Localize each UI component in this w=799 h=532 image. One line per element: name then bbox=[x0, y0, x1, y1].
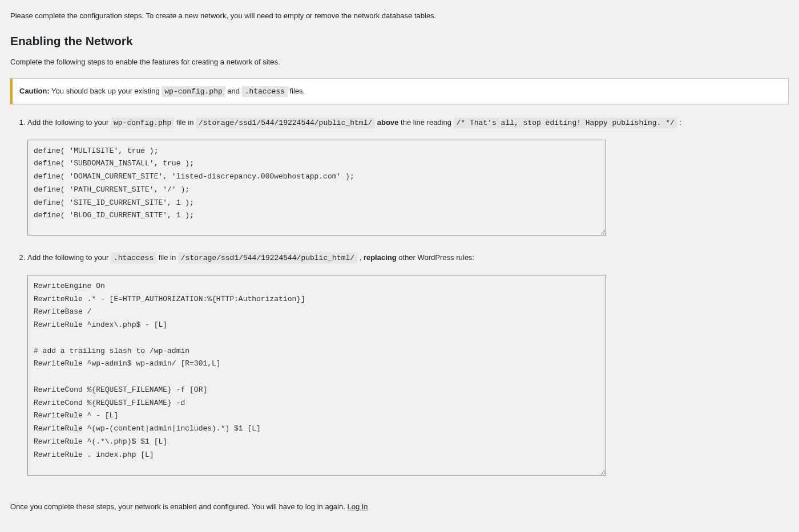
caution-after: files. bbox=[288, 87, 305, 95]
step1-path: /storage/ssd1/544/19224544/public_html/ bbox=[196, 117, 375, 128]
step1-above: above bbox=[377, 118, 399, 127]
htaccess-code-block[interactable] bbox=[27, 275, 606, 476]
footer-message: Once you complete these steps, your netw… bbox=[10, 502, 347, 511]
step2-replacing: replacing bbox=[364, 253, 397, 262]
step2-file: .htaccess bbox=[111, 253, 156, 263]
steps-list: Add the following to your wp-config.php … bbox=[27, 116, 789, 131]
step2-suffix: other WordPress rules: bbox=[397, 253, 474, 262]
section-subtitle: Complete the following steps to enable t… bbox=[10, 56, 789, 68]
wp-config-code-block[interactable] bbox=[27, 140, 606, 235]
htaccess-code: .htaccess bbox=[242, 86, 288, 97]
caution-mid: and bbox=[225, 87, 242, 95]
steps-list-2: Add the following to your .htaccess file… bbox=[27, 251, 789, 266]
caution-notice: Caution: You should back up your existin… bbox=[10, 78, 789, 105]
step1-stopline: /* That's all, stop editing! Happy publi… bbox=[454, 117, 677, 128]
footer-text: Once you complete these steps, your netw… bbox=[10, 501, 789, 513]
wp-config-code: wp-config.php bbox=[162, 86, 225, 97]
step2-mid2: , bbox=[357, 253, 364, 262]
step1-mid1: file in bbox=[174, 118, 196, 127]
step2-prefix: Add the following to your bbox=[27, 253, 111, 262]
step-2: Add the following to your .htaccess file… bbox=[27, 251, 789, 266]
step1-file: wp-config.php bbox=[111, 117, 174, 128]
step2-path: /storage/ssd1/544/19224544/public_html/ bbox=[178, 253, 357, 263]
caution-before: You should back up your existing bbox=[50, 87, 162, 95]
caution-text: Caution: You should back up your existin… bbox=[19, 86, 781, 98]
caution-label: Caution: bbox=[19, 87, 50, 95]
step1-suffix: : bbox=[677, 118, 681, 127]
step-1: Add the following to your wp-config.php … bbox=[27, 116, 789, 131]
section-heading: Enabling the Network bbox=[10, 32, 789, 50]
log-in-link[interactable]: Log In bbox=[347, 502, 368, 511]
step2-mid1: file in bbox=[156, 253, 178, 262]
step1-prefix: Add the following to your bbox=[27, 118, 111, 127]
step1-mid3: the line reading bbox=[398, 118, 453, 127]
intro-text: Please complete the configuration steps.… bbox=[10, 10, 789, 22]
